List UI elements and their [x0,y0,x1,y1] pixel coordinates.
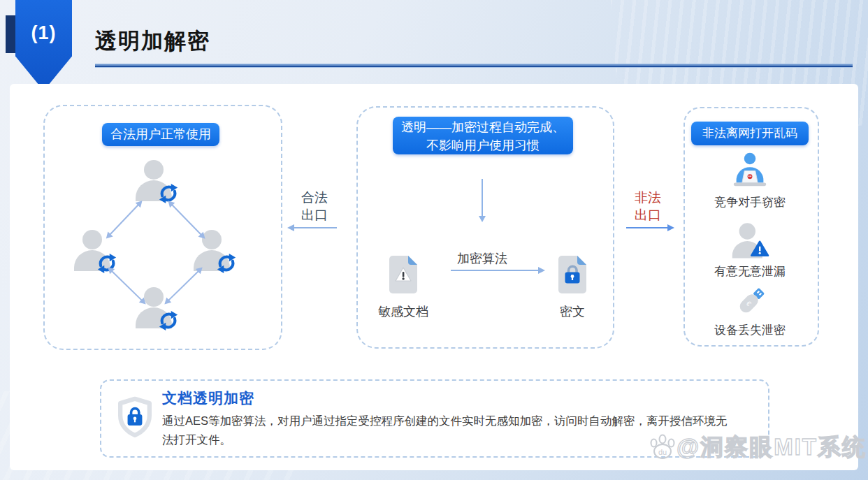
watermark-text: @洞察眼MIT系统 [677,432,867,463]
title-divider [95,64,853,68]
right-arrow [626,227,668,228]
sync-icon [216,253,237,274]
risk-item-label: 设备丢失泄密 [708,322,792,338]
ciphertext-label: 密文 [555,303,590,320]
risk-item-label: 竞争对手窃密 [708,194,792,210]
paw-logo-icon [649,432,677,460]
down-arrow [482,179,483,217]
illegal-open-badge: 非法离网打开乱码 [691,122,809,145]
page-title: 透明加解密 [95,27,210,56]
user-node-bottom [133,286,178,328]
encrypt-algorithm-label: 加密算法 [447,250,517,267]
warning-doc-icon [387,254,419,295]
section-number-ribbon: (1) [15,0,72,91]
lock-doc-icon [556,254,588,295]
sync-icon [158,310,179,331]
hacker-laptop-icon [728,151,772,189]
risk-item-label: 有意无意泄漏 [708,263,792,279]
right-arrow [451,270,539,271]
slide: (1) 透明加解密 合法用户正常使用 合法 出口 透明——加密过程自动完成、 不… [0,0,868,480]
user-node-top [133,159,178,201]
summary-title: 文档透明加密 [162,388,254,408]
legal-exit-label: 合法 出口 [290,189,339,224]
watermark: @洞察眼MIT系统 [649,432,867,463]
section-number: (1) [31,22,57,91]
left-arrow [294,227,337,228]
sensitive-doc-label: 敏感文档 [376,303,431,320]
user-warning-icon [730,222,772,261]
usb-drive-icon [732,282,770,320]
transparent-flow-badge: 透明——加密过程自动完成、 不影响用户使用习惯 [393,117,573,154]
ribbon-accent-bar [6,15,15,53]
user-node-right [191,229,236,271]
shield-lock-icon [115,395,155,440]
illegal-exit-label: 非法 出口 [623,189,672,224]
legal-users-badge: 合法用户正常使用 [102,123,219,146]
